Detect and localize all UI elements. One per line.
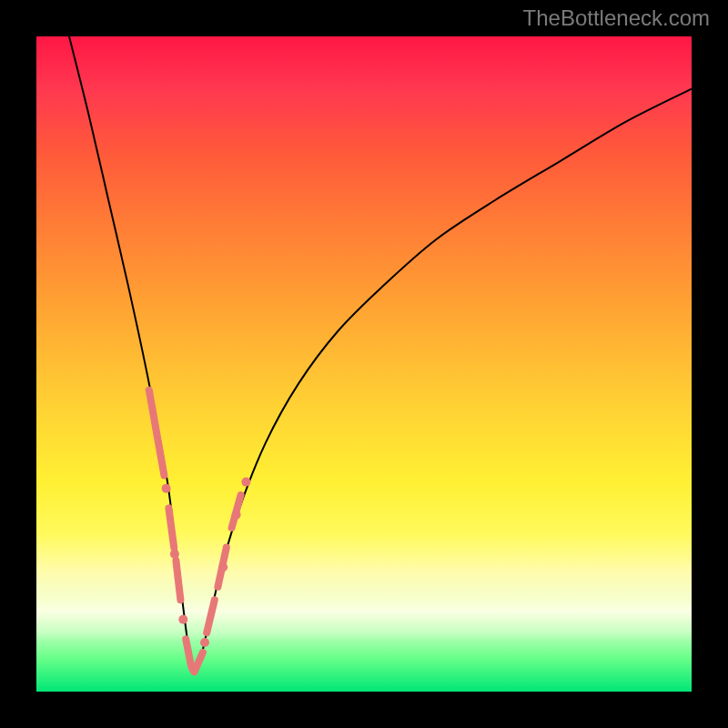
- curve-marker-segment: [149, 390, 165, 476]
- curve-marker-segment: [176, 561, 180, 600]
- curve-marker-segment: [207, 600, 215, 632]
- curve-marker-dot: [218, 562, 228, 571]
- chart-svg: [36, 36, 692, 692]
- curve-marker-dot: [178, 615, 187, 624]
- watermark-text: TheBottleneck.com: [523, 5, 710, 31]
- marker-group: [149, 390, 251, 673]
- bottleneck-curve: [69, 36, 692, 673]
- curve-marker-dot: [200, 638, 209, 647]
- curve-marker-dot: [170, 550, 179, 559]
- chart-plot-area: [36, 36, 692, 692]
- curve-marker-dot: [188, 664, 197, 673]
- curve-marker-dot: [162, 484, 171, 493]
- curve-marker-dot: [241, 478, 250, 487]
- curve-marker-segment: [168, 508, 174, 547]
- curve-marker-dot: [232, 511, 241, 520]
- curve-marker-segment: [186, 639, 191, 665]
